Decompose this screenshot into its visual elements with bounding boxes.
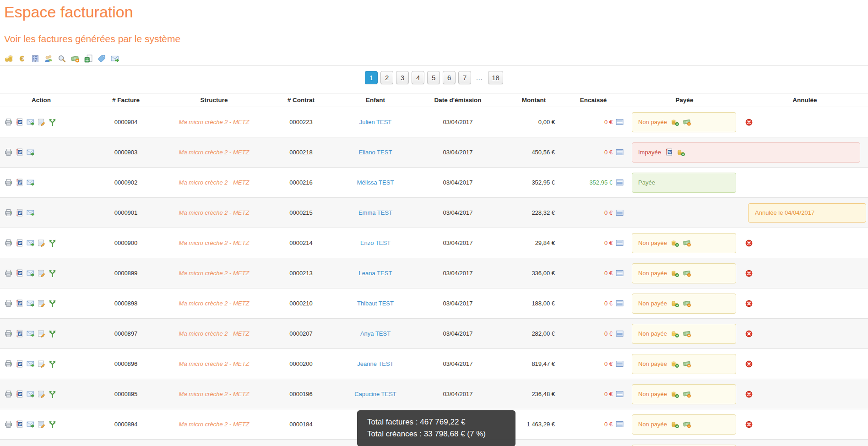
cancel-icon[interactable] (745, 239, 753, 247)
payments-list-icon[interactable] (616, 118, 624, 126)
send-mail-icon[interactable] (27, 299, 34, 307)
coins-add-icon[interactable] (671, 390, 679, 398)
euro-icon[interactable]: € (18, 54, 26, 63)
page-button-6[interactable]: 6 (443, 71, 456, 84)
send-mail-icon[interactable] (27, 239, 34, 247)
send-mail-icon[interactable] (27, 148, 34, 156)
money-remove-icon[interactable] (683, 360, 691, 368)
child-link[interactable]: Julien TEST (359, 119, 392, 125)
edit-icon[interactable] (38, 360, 45, 368)
send-mail-icon[interactable] (27, 179, 34, 186)
child-link[interactable]: Enzo TEST (360, 239, 391, 246)
print-icon[interactable] (5, 179, 12, 186)
split-icon[interactable] (49, 360, 56, 368)
tag-icon[interactable] (98, 54, 106, 63)
coins-add-icon[interactable] (671, 239, 679, 247)
edit-icon[interactable] (38, 299, 45, 307)
coins-icon[interactable] (5, 54, 13, 63)
send-mail-icon[interactable] (27, 118, 34, 126)
payments-list-icon[interactable] (616, 390, 624, 398)
cancel-icon[interactable] (745, 360, 753, 368)
print-icon[interactable] (5, 299, 12, 307)
child-link[interactable]: Anya TEST (360, 330, 391, 337)
cancel-icon[interactable] (745, 270, 753, 277)
money-remove-icon[interactable] (683, 239, 691, 247)
send-mail-icon[interactable] (27, 420, 34, 428)
coins-add-icon[interactable] (671, 118, 679, 126)
page-button-3[interactable]: 3 (396, 71, 409, 84)
page-button-7[interactable]: 7 (458, 71, 471, 84)
send-mail-icon[interactable] (27, 360, 34, 368)
word-document-icon[interactable]: W (16, 179, 23, 186)
money-remove-icon[interactable] (683, 420, 691, 428)
edit-icon[interactable] (38, 269, 45, 277)
payments-list-icon[interactable] (616, 299, 624, 307)
print-icon[interactable] (5, 390, 12, 398)
word-document-icon[interactable]: W (16, 390, 23, 398)
split-icon[interactable] (49, 420, 56, 428)
money-remove-icon[interactable] (683, 118, 691, 126)
child-link[interactable]: Capucine TEST (354, 391, 396, 397)
child-link[interactable]: Leana TEST (359, 270, 392, 277)
child-link[interactable]: Jeanne TEST (357, 360, 393, 367)
print-icon[interactable] (5, 239, 12, 247)
split-icon[interactable] (49, 390, 56, 398)
page-button-4[interactable]: 4 (412, 71, 424, 84)
coins-add-icon[interactable] (677, 148, 685, 156)
split-icon[interactable] (49, 239, 56, 247)
money-remove-icon[interactable] (71, 54, 79, 63)
coins-add-icon[interactable] (671, 269, 679, 277)
word-document-icon[interactable]: W (16, 360, 23, 368)
money-remove-icon[interactable] (683, 330, 691, 337)
word-document-icon[interactable]: W (16, 209, 23, 217)
page-button-1[interactable]: 1 (365, 71, 378, 84)
payments-list-icon[interactable] (616, 330, 624, 337)
payments-list-icon[interactable] (616, 239, 624, 247)
edit-icon[interactable] (38, 239, 45, 247)
child-link[interactable]: Mélissa TEST (357, 179, 394, 186)
word-document-icon[interactable]: W (16, 118, 23, 126)
word-document-icon[interactable]: W (665, 148, 673, 156)
coins-add-icon[interactable] (671, 299, 679, 307)
coins-add-icon[interactable] (671, 330, 679, 337)
cancel-icon[interactable] (745, 119, 753, 126)
print-icon[interactable] (5, 360, 12, 368)
payments-list-icon[interactable] (616, 179, 624, 186)
print-icon[interactable] (5, 420, 12, 428)
word-document-icon[interactable]: W (16, 269, 23, 277)
coins-add-icon[interactable] (671, 360, 679, 368)
child-link[interactable]: Emma TEST (358, 209, 392, 216)
word-document-icon[interactable]: W (16, 330, 23, 337)
payments-list-icon[interactable] (616, 148, 624, 156)
excel-export-icon[interactable] (84, 54, 92, 63)
page-button-5[interactable]: 5 (427, 71, 440, 84)
search-icon[interactable] (58, 54, 66, 63)
users-icon[interactable] (44, 54, 53, 63)
edit-icon[interactable] (38, 330, 45, 337)
payments-list-icon[interactable] (616, 209, 624, 217)
print-icon[interactable] (5, 330, 12, 337)
word-document-icon[interactable]: W (16, 148, 23, 156)
building-icon[interactable] (31, 54, 39, 63)
money-remove-icon[interactable] (683, 390, 691, 398)
page-button-2[interactable]: 2 (380, 71, 393, 84)
money-remove-icon[interactable] (683, 269, 691, 277)
split-icon[interactable] (49, 299, 56, 307)
edit-icon[interactable] (38, 390, 45, 398)
print-icon[interactable] (5, 148, 12, 156)
money-remove-icon[interactable] (683, 299, 691, 307)
cancel-icon[interactable] (745, 421, 753, 428)
split-icon[interactable] (49, 330, 56, 337)
send-mail-icon[interactable] (27, 330, 34, 337)
payments-list-icon[interactable] (616, 360, 624, 368)
word-document-icon[interactable]: W (16, 239, 23, 247)
print-icon[interactable] (5, 269, 12, 277)
word-document-icon[interactable]: W (16, 299, 23, 307)
coins-add-icon[interactable] (671, 420, 679, 428)
send-mail-icon[interactable] (111, 54, 119, 63)
payments-list-icon[interactable] (616, 269, 624, 277)
cancel-icon[interactable] (745, 391, 753, 398)
cancel-icon[interactable] (745, 330, 753, 337)
send-mail-icon[interactable] (27, 269, 34, 277)
send-mail-icon[interactable] (27, 209, 34, 217)
